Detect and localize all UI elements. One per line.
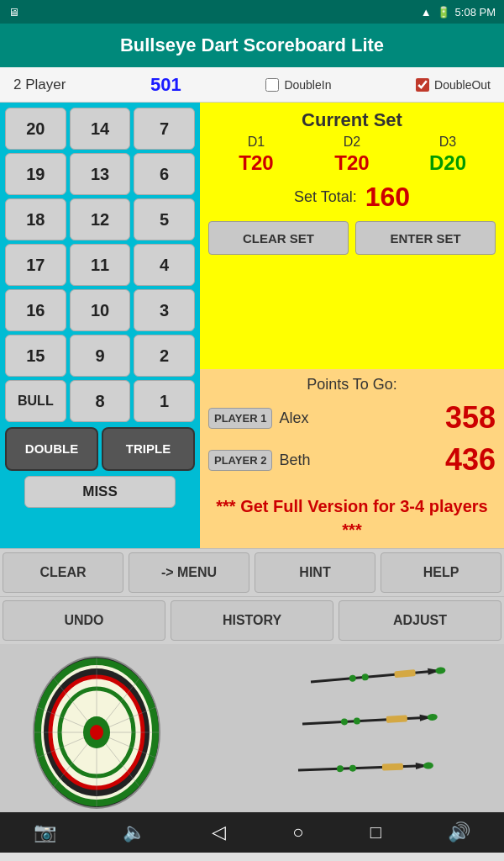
num-btn-1[interactable]: 1	[134, 380, 195, 422]
clear-set-btn[interactable]: CLEAR SET	[208, 221, 349, 255]
clear-btn[interactable]: CLEAR	[3, 552, 123, 593]
svg-line-28	[298, 766, 428, 770]
miss-row: MISS	[5, 476, 195, 508]
num-btn-10[interactable]: 10	[70, 289, 131, 331]
history-btn[interactable]: HISTORY	[171, 600, 333, 641]
nav-camera-icon[interactable]: 📷	[34, 821, 56, 843]
num-btn-19[interactable]: 19	[5, 153, 66, 195]
num-btn-2[interactable]: 2	[134, 335, 195, 377]
player2-name: Beth	[279, 452, 422, 469]
player1-score: 358	[428, 400, 496, 436]
current-set-section: Current Set D1 D2 D3 T20 T20 D20 Set Tot…	[200, 103, 504, 369]
set-total-row: Set Total: 160	[208, 182, 496, 213]
svg-point-26	[354, 717, 360, 724]
svg-rect-30	[382, 763, 403, 771]
nav-home-icon[interactable]: ○	[292, 821, 303, 843]
num-btn-18[interactable]: 18	[5, 198, 66, 240]
nav-back-icon[interactable]: ◁	[212, 821, 226, 843]
num-row-2: 19 13 6	[5, 153, 195, 195]
svg-point-33	[423, 762, 433, 769]
player2-row: PLAYER 2 Beth 436	[208, 442, 496, 478]
num-row-6: 15 9 2	[5, 335, 195, 377]
dart-value-2: T20	[304, 151, 400, 175]
double-out-checkbox[interactable]	[416, 78, 429, 92]
double-in-group: DoubleIn	[265, 78, 331, 92]
svg-point-25	[341, 718, 348, 725]
svg-line-16	[311, 670, 440, 682]
current-set-title: Current Set	[208, 109, 496, 131]
hint-btn[interactable]: HINT	[255, 552, 375, 593]
num-btn-6[interactable]: 6	[134, 153, 195, 195]
triple-btn[interactable]: TRIPLE	[102, 427, 195, 471]
svg-rect-18	[394, 669, 416, 678]
double-btn[interactable]: DOUBLE	[5, 427, 98, 471]
darts-svg	[294, 657, 496, 808]
nav-square-icon[interactable]: □	[370, 821, 381, 843]
num-btn-3[interactable]: 3	[134, 289, 195, 331]
status-time: 5:08 PM	[455, 6, 496, 18]
nav-bar: 📷 🔈 ◁ ○ □ 🔊	[0, 812, 504, 853]
miss-btn[interactable]: MISS	[24, 476, 176, 508]
left-panel: 20 14 7 19 13 6 18 12 5 17 11 4 16 10 3 …	[0, 103, 200, 548]
num-btn-14[interactable]: 14	[70, 108, 131, 150]
double-out-group: DoubleOut	[416, 78, 491, 92]
promo-text: *** Get Full Version for 3-4 players ***	[208, 494, 496, 541]
num-btn-15[interactable]: 15	[5, 335, 66, 377]
double-in-checkbox[interactable]	[265, 78, 279, 92]
dartboard-area	[0, 644, 504, 812]
promo-section: *** Get Full Version for 3-4 players ***	[200, 491, 504, 548]
player-count-label: 2 Player	[13, 77, 66, 93]
dartboard-svg	[25, 652, 168, 812]
player1-row: PLAYER 1 Alex 358	[208, 400, 496, 436]
svg-line-22	[302, 717, 433, 724]
right-panel: Current Set D1 D2 D3 T20 T20 D20 Set Tot…	[200, 103, 504, 548]
num-row-4: 17 11 4	[5, 244, 195, 286]
menu-btn[interactable]: -> MENU	[129, 552, 249, 593]
game-score-label: 501	[150, 74, 181, 96]
set-total-value: 160	[365, 182, 410, 213]
num-btn-11[interactable]: 11	[70, 244, 131, 286]
svg-point-31	[337, 765, 344, 772]
set-buttons-row: CLEAR SET ENTER SET	[208, 221, 496, 255]
undo-btn[interactable]: UNDO	[3, 600, 165, 641]
num-btn-7[interactable]: 7	[134, 108, 195, 150]
points-title: Points To Go:	[208, 376, 496, 394]
num-btn-8[interactable]: 8	[70, 380, 131, 422]
enter-set-btn[interactable]: ENTER SET	[355, 221, 496, 255]
num-btn-5[interactable]: 5	[134, 198, 195, 240]
modifier-row: DOUBLE TRIPLE	[5, 427, 195, 471]
svg-point-19	[349, 674, 356, 682]
dart-label-d3: D3	[400, 135, 496, 150]
nav-speaker-right-icon[interactable]: 🔊	[448, 821, 470, 843]
double-out-label: DoubleOut	[434, 78, 491, 92]
bottom-buttons-row2: UNDO HISTORY ADJUST	[0, 596, 504, 644]
status-bar: 🖥 ▲ 🔋 5:08 PM	[0, 0, 504, 24]
svg-point-15	[93, 729, 100, 737]
app-title: Bullseye Dart Scoreboard Lite	[120, 34, 384, 56]
adjust-btn[interactable]: ADJUST	[339, 600, 501, 641]
nav-speaker-left-icon[interactable]: 🔈	[123, 821, 145, 843]
num-btn-bull[interactable]: BULL	[5, 380, 66, 422]
num-row-1: 20 14 7	[5, 108, 195, 150]
options-row: 2 Player 501 DoubleIn DoubleOut	[0, 67, 504, 103]
player1-badge: PLAYER 1	[208, 408, 272, 429]
num-row-3: 18 12 5	[5, 198, 195, 240]
double-in-label: DoubleIn	[284, 78, 331, 92]
status-screen-icon: 🖥	[8, 6, 19, 18]
svg-point-27	[428, 714, 438, 721]
num-btn-12[interactable]: 12	[70, 198, 131, 240]
help-btn[interactable]: HELP	[381, 552, 501, 593]
points-section: Points To Go: PLAYER 1 Alex 358 PLAYER 2…	[200, 369, 504, 491]
dart-value-1: T20	[208, 151, 304, 175]
num-btn-17[interactable]: 17	[5, 244, 66, 286]
player2-badge: PLAYER 2	[208, 450, 272, 471]
set-total-label: Set Total:	[294, 188, 357, 206]
num-btn-4[interactable]: 4	[134, 244, 195, 286]
main-area: 20 14 7 19 13 6 18 12 5 17 11 4 16 10 3 …	[0, 103, 504, 548]
num-btn-13[interactable]: 13	[70, 153, 131, 195]
num-btn-9[interactable]: 9	[70, 335, 131, 377]
num-btn-20[interactable]: 20	[5, 108, 66, 150]
svg-point-20	[361, 673, 369, 681]
num-btn-16[interactable]: 16	[5, 289, 66, 331]
dart-labels-row: D1 D2 D3	[208, 135, 496, 150]
